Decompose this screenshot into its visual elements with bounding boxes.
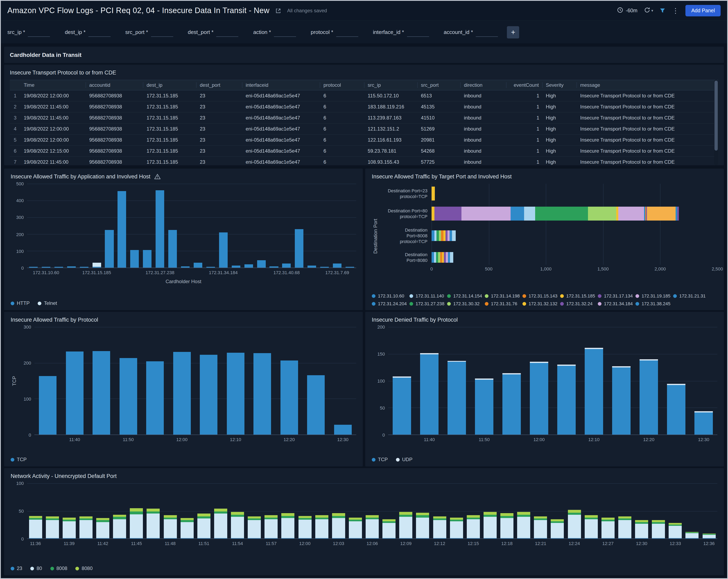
- bar[interactable]: [293, 184, 306, 268]
- bar[interactable]: 11:36: [27, 483, 44, 539]
- bar[interactable]: [230, 184, 242, 268]
- legend-item[interactable]: 172.31.19.185: [635, 294, 673, 298]
- table-row[interactable]: 719/08/2022 11:45:00956882708938172.31.1…: [10, 157, 718, 165]
- filter-icon[interactable]: [660, 8, 666, 13]
- legend-item[interactable]: 172.31.11.140: [410, 294, 447, 298]
- bar[interactable]: 11:39: [61, 483, 78, 539]
- legend-item[interactable]: 172.31.32.24: [560, 301, 598, 306]
- filter-input-account_id[interactable]: [476, 28, 498, 37]
- bar[interactable]: 11:48: [162, 483, 179, 539]
- legend-item[interactable]: 172.31.15.143: [522, 294, 560, 298]
- stacked-bar[interactable]: [432, 206, 717, 221]
- filter-input-dest_ip[interactable]: [88, 28, 110, 37]
- table-row[interactable]: 319/08/2022 11:45:00956882708938172.31.1…: [10, 112, 718, 123]
- bar[interactable]: [142, 327, 168, 435]
- bar[interactable]: [141, 184, 154, 268]
- filter-input-interface_id[interactable]: [407, 28, 429, 37]
- column-header-direction[interactable]: direction: [461, 82, 506, 88]
- table-row[interactable]: 619/08/2022 12:15:00956882708938172.31.1…: [10, 146, 718, 157]
- bar[interactable]: 11:54: [229, 483, 246, 539]
- bar[interactable]: [267, 184, 280, 268]
- legend-item[interactable]: 172.31.14.154: [447, 294, 485, 298]
- bar[interactable]: [662, 327, 690, 435]
- bar[interactable]: [246, 483, 263, 539]
- bar[interactable]: 172.31.7.69: [331, 184, 343, 268]
- column-header-interfaceid[interactable]: interfaceid: [242, 82, 320, 88]
- bar[interactable]: 12:30: [330, 327, 356, 435]
- bar[interactable]: 12:00: [525, 327, 553, 435]
- bar[interactable]: [34, 327, 61, 435]
- kebab-menu-icon[interactable]: ⋮: [672, 7, 679, 14]
- scrollbar-thumb[interactable]: [714, 81, 718, 151]
- bar[interactable]: [195, 327, 222, 435]
- column-header-accountid[interactable]: accountid: [86, 82, 143, 88]
- bar[interactable]: [583, 483, 599, 539]
- bar[interactable]: 11:51: [196, 483, 212, 539]
- bar[interactable]: [44, 483, 60, 539]
- bar[interactable]: 172.31.10.60: [40, 184, 52, 268]
- bar[interactable]: [65, 184, 78, 268]
- table-row[interactable]: 419/08/2022 12:00:00956882708938172.31.1…: [10, 123, 718, 135]
- filter-input-src_port[interactable]: [151, 28, 173, 37]
- stacked-bar[interactable]: [432, 230, 717, 241]
- bar[interactable]: [313, 483, 330, 539]
- column-header-src_port[interactable]: src_port: [418, 82, 461, 88]
- column-header-Time[interactable]: Time: [21, 82, 86, 88]
- filter-input-action[interactable]: [274, 28, 296, 37]
- bar[interactable]: [482, 483, 498, 539]
- stacked-bar[interactable]: [432, 252, 717, 263]
- bar[interactable]: [549, 483, 566, 539]
- column-header-message[interactable]: message: [577, 82, 718, 88]
- bar[interactable]: [343, 184, 356, 268]
- bar[interactable]: 12:03: [330, 483, 347, 539]
- bar[interactable]: [204, 184, 217, 268]
- bar[interactable]: [318, 184, 331, 268]
- bar[interactable]: 12:20: [276, 327, 303, 435]
- bar[interactable]: [191, 184, 204, 268]
- legend-item[interactable]: TCP: [11, 457, 27, 462]
- column-header-dest_port[interactable]: dest_port: [197, 82, 242, 88]
- bar[interactable]: 12:09: [397, 483, 414, 539]
- bar[interactable]: [381, 483, 397, 539]
- bar[interactable]: [553, 327, 580, 435]
- legend-item[interactable]: TCP: [372, 457, 388, 462]
- bar[interactable]: [388, 327, 416, 435]
- bar[interactable]: [684, 483, 701, 539]
- legend-item[interactable]: 172.31.24.204: [372, 301, 410, 306]
- bar[interactable]: 12:10: [222, 327, 249, 435]
- bar[interactable]: 12:20: [635, 327, 662, 435]
- bar[interactable]: [280, 483, 296, 539]
- add-filter-button[interactable]: +: [507, 26, 519, 38]
- bar[interactable]: [52, 184, 65, 268]
- bar[interactable]: 172.31.27.238: [154, 184, 166, 268]
- legend-item[interactable]: UDP: [396, 457, 413, 462]
- bar[interactable]: 12:06: [364, 483, 381, 539]
- legend-item[interactable]: 23: [11, 566, 22, 571]
- bar[interactable]: 12:30: [633, 483, 650, 539]
- bar[interactable]: [617, 483, 633, 539]
- bar[interactable]: 12:24: [566, 483, 583, 539]
- bar[interactable]: [303, 327, 330, 435]
- bar[interactable]: [145, 483, 162, 539]
- bar[interactable]: [88, 327, 115, 435]
- filter-input-protocol[interactable]: [336, 28, 358, 37]
- legend-item[interactable]: 172.31.27.238: [410, 301, 447, 306]
- time-range-selector[interactable]: -60m: [617, 7, 638, 14]
- bar[interactable]: 12:33: [667, 483, 684, 539]
- legend-item[interactable]: 8008: [50, 566, 67, 571]
- legend-item[interactable]: 172.31.15.185: [560, 294, 598, 298]
- legend-item[interactable]: 172.31.21.31: [673, 294, 711, 298]
- bar[interactable]: [111, 483, 128, 539]
- column-header-src_ip[interactable]: src_ip: [364, 82, 418, 88]
- bar[interactable]: [212, 483, 229, 539]
- bar[interactable]: 11:40: [416, 327, 443, 435]
- bar[interactable]: [179, 483, 195, 539]
- bar[interactable]: [249, 327, 276, 435]
- legend-item[interactable]: 172.31.38.245: [635, 301, 673, 306]
- bar[interactable]: 11:42: [95, 483, 111, 539]
- filter-input-src_ip[interactable]: [28, 28, 50, 37]
- bar[interactable]: 11:40: [61, 327, 88, 435]
- legend-item[interactable]: Telnet: [38, 300, 57, 306]
- bar[interactable]: 172.31.40.68: [280, 184, 293, 268]
- bar[interactable]: [179, 184, 191, 268]
